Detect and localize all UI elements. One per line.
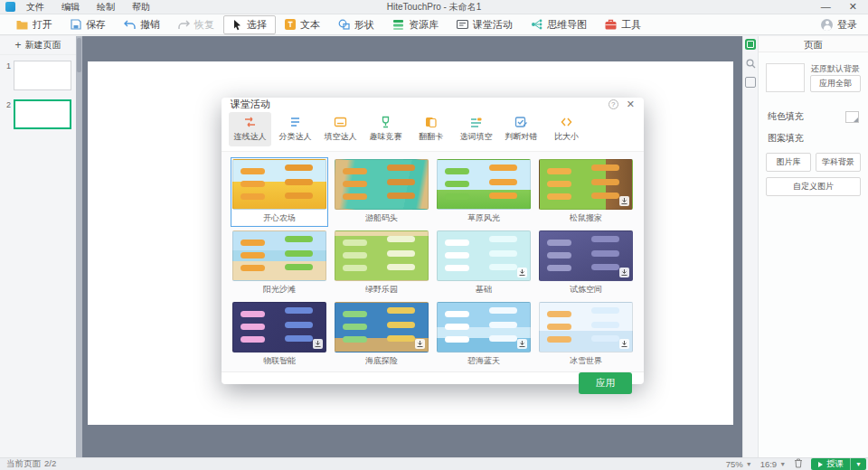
page-thumbnail-1[interactable]: 1 [3, 61, 71, 90]
mind-map-button[interactable]: 思维导图 [522, 15, 596, 34]
menu-edit[interactable]: 编辑 [61, 1, 80, 14]
classroom-activity-dialog: 课堂活动 ? ✕ 连线达人 分类达人 填空达人 趣味竞赛 [222, 98, 644, 384]
open-button[interactable]: 打开 [7, 15, 61, 34]
connect-arrows-icon [243, 116, 257, 128]
text-icon [285, 19, 296, 30]
page-thumb-image [14, 61, 71, 90]
redo-button[interactable]: 恢复 [169, 15, 223, 34]
template-green-meadow[interactable]: 绿野乐园 [335, 230, 429, 296]
tab-compare-size[interactable]: 比大小 [545, 112, 588, 146]
login-button[interactable]: 登录 [821, 18, 861, 32]
apply-button[interactable]: 应用 [579, 372, 632, 394]
download-icon [313, 339, 323, 349]
template-name: 草原风光 [437, 210, 531, 225]
mind-map-label: 思维导图 [547, 18, 587, 32]
template-name: 冰雪世界 [539, 352, 633, 368]
close-button[interactable]: ✕ [849, 1, 857, 13]
template-happy-farm[interactable]: 开心农场 [232, 159, 326, 225]
undo-arrow-icon [124, 20, 136, 30]
tools-label: 工具 [621, 18, 641, 32]
select-tool-button[interactable]: 选择 [223, 15, 276, 34]
text-label: 文本 [300, 18, 320, 32]
restore-default-background-link[interactable]: 还原默认背景 [811, 63, 860, 75]
floppy-disk-icon [71, 19, 81, 30]
play-icon [818, 462, 823, 467]
page-panel-toggle-icon[interactable] [745, 39, 756, 50]
tab-fill-blank[interactable]: 填空达人 [319, 112, 362, 146]
teach-dropdown-caret[interactable]: ▼ [850, 458, 866, 470]
tab-flip-cards[interactable]: 翻翻卡 [410, 112, 452, 146]
classroom-activity-button[interactable]: 课堂活动 [448, 15, 522, 34]
template-ice-snow-world[interactable]: 冰雪世界 [539, 302, 633, 368]
tab-label: 趣味竞赛 [370, 131, 402, 143]
mind-map-icon [531, 19, 542, 30]
menu-help[interactable]: 帮助 [132, 1, 150, 14]
page-number: 2 [3, 99, 11, 109]
chevron-down-icon: ▼ [746, 461, 752, 467]
undo-button[interactable]: 撤销 [115, 15, 169, 34]
shape-label: 形状 [354, 18, 374, 32]
layers-icon [392, 19, 404, 30]
custom-image-button[interactable]: 自定义图片 [766, 177, 861, 196]
trash-icon[interactable] [794, 458, 803, 470]
tab-label: 填空达人 [325, 131, 357, 143]
subject-background-button[interactable]: 学科背景 [816, 153, 861, 172]
shape-tool-button[interactable]: 形状 [329, 15, 383, 34]
shapes-icon [338, 19, 350, 30]
panel-title: 页面 [759, 36, 868, 52]
template-iot-smart[interactable]: 物联智能 [232, 302, 326, 368]
redo-label: 恢复 [194, 18, 214, 32]
menu-file[interactable]: 文件 [26, 1, 44, 14]
tools-button[interactable]: 工具 [596, 15, 650, 34]
teach-button[interactable]: 授课 ▼ [811, 458, 866, 470]
page-number: 1 [3, 61, 11, 70]
teach-label: 授课 [826, 458, 844, 470]
open-label: 打开 [33, 18, 52, 32]
sidebar-scrollbar[interactable] [76, 36, 82, 457]
menu-draw[interactable]: 绘制 [97, 1, 115, 14]
template-thumbnail [437, 302, 531, 352]
template-thumbnail [335, 230, 429, 281]
minimize-button[interactable]: — [821, 1, 831, 13]
aspect-ratio-dropdown[interactable]: 16:9 ▼ [760, 459, 786, 469]
template-sunny-beach[interactable]: 阳光沙滩 [232, 230, 326, 296]
dialog-close-icon[interactable]: ✕ [627, 99, 635, 110]
tab-true-false[interactable]: 判断对错 [500, 112, 542, 146]
pattern-fill-label: 图案填充 [768, 132, 804, 145]
new-page-button[interactable]: + 新建页面 [0, 36, 76, 55]
template-boat-dock[interactable]: 游船码头 [335, 159, 429, 225]
template-name: 试炼空间 [539, 281, 633, 296]
tab-word-select[interactable]: 选词填空 [455, 112, 497, 146]
template-squirrel-moving[interactable]: 松鼠搬家 [539, 159, 633, 225]
template-blue-sea-sky[interactable]: 碧海蓝天 [437, 302, 531, 368]
magnifier-icon[interactable] [745, 58, 756, 69]
download-icon [619, 339, 629, 349]
help-icon[interactable]: ? [609, 99, 618, 109]
template-trial-space[interactable]: 试炼空间 [539, 230, 633, 296]
template-grid: 开心农场 游船码头 草原风光 松鼠搬家 [222, 151, 644, 371]
template-undersea-adventure[interactable]: 海底探险 [335, 302, 429, 368]
board-panel-toggle-icon[interactable] [745, 77, 756, 88]
template-basic[interactable]: 基础 [437, 230, 531, 296]
current-page-label: 当前页面 [6, 458, 41, 470]
page-thumbnail-2[interactable]: 2 [3, 99, 71, 129]
tab-competition[interactable]: 趣味竞赛 [364, 112, 407, 146]
save-button[interactable]: 保存 [61, 15, 115, 34]
image-library-button[interactable]: 图片库 [766, 153, 811, 172]
tab-matching[interactable]: 连线达人 [229, 112, 271, 146]
template-thumbnail [335, 159, 429, 210]
tab-label: 选词填空 [460, 131, 493, 143]
tab-classification[interactable]: 分类达人 [274, 112, 316, 146]
color-swatch[interactable] [845, 111, 859, 123]
download-icon [619, 268, 629, 277]
page-properties-panel: 页面 还原默认背景 应用全部 纯色填充 图案填充 图片库 学科背景 自定义图片 [758, 36, 868, 457]
new-page-label: 新建页面 [25, 39, 61, 52]
avatar-icon [821, 19, 833, 31]
resource-library-button[interactable]: 资源库 [383, 15, 448, 34]
template-grassland[interactable]: 草原风光 [437, 159, 531, 225]
folder-icon [16, 20, 28, 30]
apply-all-button[interactable]: 应用全部 [810, 75, 861, 92]
text-tool-button[interactable]: 文本 [276, 15, 329, 34]
zoom-dropdown[interactable]: 75% ▼ [726, 459, 752, 469]
aspect-ratio-value: 16:9 [760, 459, 778, 469]
